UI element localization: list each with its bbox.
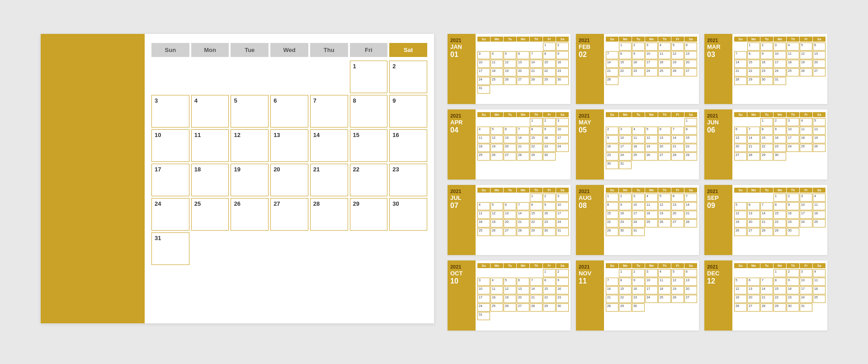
mini-day-cell: 6 [504,127,516,135]
mini-day-cell: 30 [787,303,799,312]
header-sun: Sun [151,43,189,57]
mini-year: 2021 [707,264,730,270]
mini-day-cell [645,77,658,85]
mini-year: 2021 [450,38,473,43]
mini-cal-grid: 1234567891011121314151617181920212223242… [606,269,697,312]
mini-month: JAN [450,43,473,51]
mini-day-cell: 22 [606,219,618,227]
mini-day-cell: 15 [543,286,556,294]
mini-day-cell [543,312,556,320]
mini-day-cell: 13 [517,286,529,294]
mini-day-header: Fr [800,37,812,42]
mini-day-cell: 9 [543,202,556,210]
mini-day-cell: 21 [760,219,773,227]
mini-day-cell [530,85,542,94]
mini-day-header: Sa [813,263,826,268]
mini-day-cell [504,269,516,277]
mini-day-cell [517,85,529,94]
mini-day-cell: 31 [556,228,569,236]
mini-sidebar: 2021NOV11 [576,260,604,331]
large-day-cell: 24 [151,198,189,231]
mini-day-cell: 25 [477,228,490,236]
mini-day-cell: 22 [543,295,556,303]
mini-day-cell: 4 [813,194,826,202]
mini-day-header: Mo [619,112,632,117]
large-day-cell [191,232,229,265]
mini-day-header: Mo [491,263,503,268]
mini-year: 2021 [707,38,730,43]
mini-content: SuMoTuWeThFrSa12345678910111213141516171… [604,185,699,255]
mini-day-cell: 28 [760,303,773,312]
mini-day-cell: 26 [813,144,826,152]
mini-day-cell: 28 [606,303,618,312]
mini-day-header: Th [530,112,542,117]
mini-day-cell: 22 [774,219,786,227]
mini-day-cell: 7 [747,127,760,135]
mini-calendar-grid: 2021JAN01SuMoTuWeThFrSa12345678910111213… [448,34,827,331]
mini-day-cell: 23 [787,295,799,303]
mini-day-cell: 11 [632,135,645,143]
mini-day-cell: 25 [645,219,658,227]
mini-day-cell: 27 [671,219,684,227]
mini-calendar-12: 2021DEC12SuMoTuWeThFrSa12345678910111213… [704,260,827,331]
mini-day-cell [658,161,671,169]
mini-content: SuMoTuWeThFrSa12345678910111213141516171… [604,109,699,180]
mini-day-cell: 24 [477,303,490,312]
mini-day-header: Sa [813,112,826,117]
mini-day-cell: 25 [813,295,826,303]
mini-day-cell: 7 [606,278,618,286]
mini-day-cell: 6 [504,202,516,210]
mini-num: 08 [579,201,601,210]
mini-day-cell: 10 [477,60,490,68]
mini-day-cell [530,269,542,277]
mini-day-cell: 29 [606,228,618,236]
mini-day-cell: 3 [632,194,645,202]
mini-year: 2021 [707,189,730,194]
mini-day-cell: 8 [774,202,786,210]
mini-day-header: We [645,263,658,268]
mini-day-cell: 18 [658,286,671,294]
mini-day-cell: 11 [491,286,503,294]
mini-day-cell: 3 [556,194,569,202]
mini-day-cell: 1 [774,269,786,277]
large-day-cell: 29 [350,198,388,231]
mini-cal-grid: 1234567891011121314151617181920212223242… [477,118,569,161]
mini-day-cell: 10 [774,51,786,59]
mini-day-cell: 9 [606,135,618,143]
large-day-cell: 2 [389,61,427,93]
mini-day-cell [556,312,569,320]
mini-day-header: Tu [632,263,645,268]
large-day-cell: 14 [310,129,348,162]
mini-num: 12 [707,277,730,285]
mini-day-header: Mo [619,37,632,42]
mini-day-cell: 4 [658,269,671,277]
mini-day-cell: 24 [800,295,812,303]
mini-day-cell: 12 [734,211,747,219]
day-headers: Sun Mon Tue Wed Thu Fri Sat [151,43,427,57]
mini-day-cell: 22 [619,68,632,76]
mini-day-cell: 29 [619,303,632,312]
mini-day-cell: 13 [504,211,516,219]
mini-day-cell: 11 [787,51,799,59]
mini-day-header: Th [658,263,671,268]
mini-day-cell: 31 [632,228,645,236]
mini-day-header: Fr [800,112,812,117]
mini-day-cell: 22 [774,295,786,303]
mini-day-cell: 1 [619,269,632,277]
mini-day-cell: 23 [606,152,618,161]
mini-day-cell: 13 [504,135,516,143]
mini-day-cell: 14 [760,211,773,219]
mini-content: SuMoTuWeThFrSa12345678910111213141516171… [604,34,699,104]
mini-day-cell: 10 [556,127,569,135]
mini-day-cell: 12 [491,211,503,219]
mini-day-cell: 6 [517,51,529,59]
mini-num: 06 [707,126,730,134]
large-day-cell [191,61,229,93]
large-day-cell: 28 [310,198,348,231]
mini-day-cell: 5 [671,269,684,277]
mini-day-cell: 28 [517,228,529,236]
mini-num: 05 [579,126,601,134]
mini-day-header: We [645,188,658,193]
mini-day-cell: 21 [517,219,529,227]
mini-day-cell: 2 [760,43,773,51]
